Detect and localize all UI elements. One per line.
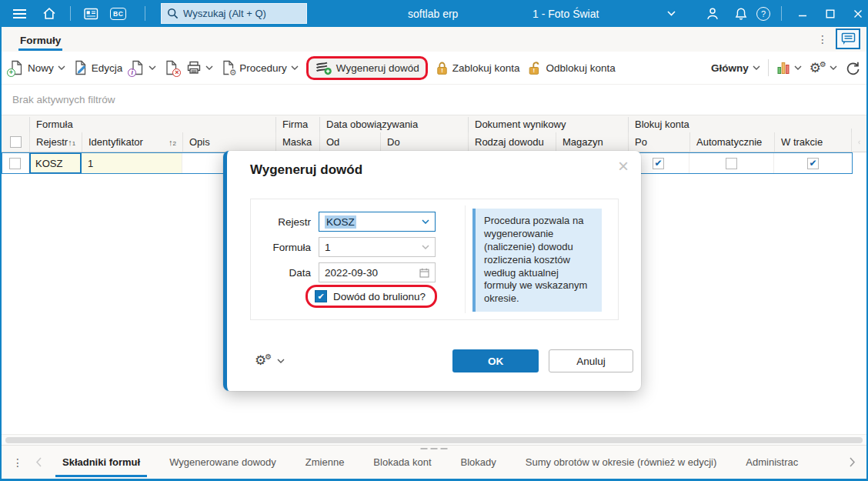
edit-button[interactable]: Edycja <box>73 60 123 75</box>
titlebar-divider <box>70 6 71 21</box>
cancel-button[interactable]: Anuluj <box>549 349 633 372</box>
app-title: softlab erp <box>408 0 458 27</box>
global-search[interactable] <box>161 3 307 24</box>
sort-asc-1-icon: ↑1 <box>68 138 75 147</box>
footer-tab-bar: ⋮ Składniki formuł Wygenerowane dowody Z… <box>2 445 866 479</box>
print-button[interactable] <box>186 61 213 75</box>
rejestr-combobox[interactable]: KOSZ <box>319 212 436 232</box>
svg-text:!: ! <box>441 67 443 74</box>
bar-chart-icon <box>776 61 790 75</box>
home-icon[interactable] <box>39 4 59 24</box>
row-select-checkbox[interactable] <box>2 152 29 174</box>
chevron-down-icon[interactable] <box>422 219 429 224</box>
lock-accounts-button[interactable]: ! Zablokuj konta <box>436 61 520 75</box>
footer-tab-sumy-obrotow[interactable]: Sumy obrotów w okresie (również w edycji… <box>511 446 732 479</box>
chevron-down-icon[interactable] <box>205 65 213 70</box>
company-selector-chevron-icon[interactable] <box>661 4 681 24</box>
generate-document-button[interactable]: Wygeneruj dowód <box>315 61 419 75</box>
hamburger-menu-icon[interactable] <box>9 4 29 24</box>
column-header-od[interactable]: Od <box>319 132 380 152</box>
chevron-down-icon[interactable] <box>830 65 837 70</box>
footer-tabs-scroll-left-icon[interactable] <box>29 457 48 467</box>
draft-checkbox[interactable] <box>315 290 327 302</box>
chevron-down-icon[interactable] <box>58 65 65 70</box>
footer-tab-wygenerowane-dowody[interactable]: Wygenerowane dowody <box>155 446 291 479</box>
settings-button[interactable]: ⚙⚙ <box>810 62 837 75</box>
column-header-do[interactable]: Do <box>380 132 468 152</box>
help-icon[interactable]: ? <box>756 7 770 21</box>
formula-combobox[interactable]: 1 <box>319 237 436 257</box>
select-all-checkbox[interactable] <box>2 132 29 152</box>
dialog-title: Wygeneruj dowód <box>250 162 362 178</box>
titlebar: BC softlab erp 1 - Foto Świat <box>2 0 866 27</box>
window-maximize-button[interactable] <box>820 4 840 24</box>
lock-closed-icon: ! <box>436 61 449 75</box>
cell-identyfikator[interactable]: 1 <box>82 152 182 174</box>
column-header-po[interactable]: Po <box>628 132 689 152</box>
group-header-blokuj-konta: Blokuj konta <box>628 117 851 132</box>
window-minimize-button[interactable] <box>793 4 813 24</box>
refresh-button[interactable] <box>845 61 860 75</box>
cell-automatycznie-checkbox[interactable] <box>689 152 774 174</box>
chevron-down-icon[interactable] <box>422 245 429 249</box>
layout-selector[interactable]: Główny <box>711 62 760 74</box>
column-header-opis[interactable]: Opis <box>182 132 275 152</box>
footer-tab-zmienne[interactable]: Zmienne <box>291 446 359 479</box>
generate-document-dialog: Wygeneruj dowód × Rejestr KOSZ Formuła 1 <box>223 151 641 391</box>
procedures-button[interactable]: ⚙ Procedury <box>221 60 299 75</box>
unlock-accounts-button[interactable]: ! Odblokuj konta <box>528 61 616 75</box>
column-header-rodzaj-dowodu[interactable]: Rodzaj dowodu <box>468 132 556 152</box>
chevron-down-icon[interactable] <box>753 65 760 70</box>
data-field-label: Data <box>251 267 319 279</box>
column-header-magazyn[interactable]: Magazyn <box>556 132 628 152</box>
chart-view-button[interactable] <box>776 61 802 75</box>
column-header-automatycznie[interactable]: Automatycznie <box>689 132 774 152</box>
calendar-icon[interactable] <box>419 268 429 278</box>
delete-button[interactable]: × <box>164 60 179 75</box>
column-header-rejestr[interactable]: Rejestr ↑1 <box>29 132 82 152</box>
column-header-identyfikator[interactable]: Identyfikator ↑2 <box>82 132 182 152</box>
edit-document-icon <box>73 60 88 75</box>
footer-more-options-icon[interactable]: ⋮ <box>6 456 29 469</box>
date-input[interactable]: 2022-09-30 <box>319 262 436 282</box>
footer-tab-administracja[interactable]: Administrac <box>731 446 805 479</box>
delete-document-icon: × <box>164 60 179 75</box>
user-profile-icon[interactable] <box>703 4 723 24</box>
bc-module-icon[interactable]: BC <box>110 8 126 20</box>
dialog-form-panel: Rejestr KOSZ Formuła 1 Data <box>250 199 619 320</box>
footer-tab-skladniki-formul[interactable]: Składniki formuł <box>48 446 155 479</box>
gear-icon: ⚙⚙ <box>255 354 266 367</box>
cell-w-trakcie-checkbox[interactable] <box>774 152 853 174</box>
notifications-bell-icon[interactable] <box>731 4 751 24</box>
company-selector[interactable]: 1 - Foto Świat <box>532 0 599 27</box>
chevron-down-icon[interactable] <box>291 65 299 70</box>
new-button[interactable]: + Nowy <box>9 60 65 75</box>
chevron-down-icon[interactable] <box>149 65 156 70</box>
footer-tab-blokady[interactable]: Blokady <box>446 446 511 479</box>
column-header-maska[interactable]: Maska <box>275 132 319 152</box>
toolbar-divider <box>768 59 769 76</box>
titlebar-divider <box>145 6 145 21</box>
generate-document-annotation: Wygeneruj dowód <box>306 56 428 80</box>
grid-group-header-row: Formuła Firma Data obowiązywania Dokumen… <box>2 115 866 132</box>
horizontal-scrollbar[interactable] <box>2 434 866 445</box>
chat-panel-button[interactable] <box>836 28 860 49</box>
chevron-down-icon[interactable] <box>794 65 802 70</box>
tab-formuly[interactable]: Formuły <box>18 30 62 49</box>
document-info-button[interactable]: i <box>130 60 156 75</box>
footer-tab-blokada-kont[interactable]: Blokada kont <box>359 446 446 479</box>
app-window: BC softlab erp 1 - Foto Świat <box>0 0 868 481</box>
footer-tabs-scroll-right-icon[interactable] <box>843 457 862 467</box>
more-options-icon[interactable]: ⋮ <box>817 33 828 45</box>
news-icon[interactable] <box>81 4 101 24</box>
scrollbar-thumb[interactable] <box>5 437 863 443</box>
window-close-button[interactable] <box>848 4 868 24</box>
column-header-w-trakcie[interactable]: W trakcie <box>774 132 851 152</box>
grid-scroll-left-button[interactable] <box>851 132 866 152</box>
cell-rejestr[interactable]: KOSZ <box>29 152 82 174</box>
ok-button[interactable]: OK <box>452 349 539 372</box>
dialog-settings-button[interactable]: ⚙⚙ <box>255 354 285 367</box>
dialog-close-icon[interactable]: × <box>618 157 629 175</box>
search-input[interactable] <box>183 8 299 19</box>
lock-open-icon: ! <box>528 61 542 75</box>
